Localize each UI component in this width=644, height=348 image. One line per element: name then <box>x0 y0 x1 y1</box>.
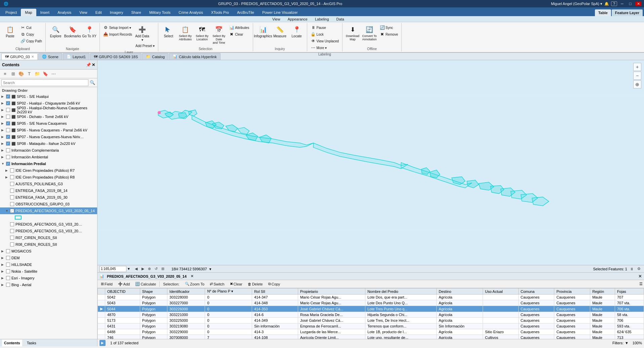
layer-item-hillshade[interactable]: ▶ HILLSHADE <box>0 261 97 268</box>
col-comuna[interactable]: Comuna <box>518 288 554 295</box>
row-selector[interactable] <box>98 300 105 306</box>
check-sp07[interactable]: ✓ <box>6 135 10 139</box>
tab-map[interactable]: Map <box>21 9 36 16</box>
tab-powerline[interactable]: Power Line Visualizer <box>258 9 302 16</box>
row-selector[interactable]: ▶ <box>98 306 105 312</box>
layer-item-sp03[interactable]: ▶ ⬛ SP03 - Hualqui-Dichato-Nueva Cauquen… <box>0 107 97 113</box>
switch-btn[interactable]: ⇄ Switch <box>208 281 226 287</box>
layer-item-predios-afect2[interactable]: PREDIOS_AFECTADOS_G3_V03_2020_05_14 AFEC… <box>0 228 97 234</box>
table-row[interactable]: 6431 Polygon 303219080 0 Sin información… <box>98 323 644 329</box>
layer-item-sp07[interactable]: ▶ ✓ ⬛ SP07 - Nueva Cauquenes-Nueva Niriv… <box>0 133 97 140</box>
col-identificador[interactable]: Identificador <box>167 288 205 295</box>
copy-attr-btn[interactable]: ⧉ Copy <box>266 281 282 287</box>
check-sp04[interactable] <box>6 115 10 119</box>
attr-table-close-icon[interactable]: ✕ <box>191 274 194 278</box>
check-predios-estado[interactable] <box>10 222 14 226</box>
view-unplaced-button[interactable]: 👁 View Unplaced <box>309 38 340 44</box>
layer-item-sp06[interactable]: ▶ ⬛ SP06 - Nueva Cauquenes - Parral 2x66… <box>0 127 97 133</box>
layer-item-bing[interactable]: ▶ Bing - Aerial <box>0 281 97 288</box>
row-selector[interactable] <box>98 312 105 318</box>
sidebar-pin-btn[interactable]: 📌 <box>86 63 91 67</box>
layer-item-mosaicos[interactable]: ▶ MOSAICOS <box>0 248 97 255</box>
coordinate-dropdown[interactable]: ▼ <box>209 267 212 271</box>
map-tab-grupo03[interactable]: 🗺 GRUPO_03 ✕ <box>1 53 38 60</box>
check-ideciren7[interactable] <box>10 168 14 172</box>
settings-btn[interactable]: ⚙ <box>636 266 642 272</box>
check-sp08[interactable]: ✓ <box>6 142 10 146</box>
convert-annotation-button[interactable]: 🔄 Convert ToAnnotation <box>361 24 377 42</box>
measure-button[interactable]: 📏 Measure <box>272 24 288 39</box>
tab-share[interactable]: Share <box>127 9 145 16</box>
layer-item-obstrucciones[interactable]: OBSTRUCCIONES_GRUPO_03 <box>0 201 97 207</box>
layer-item-entrega30[interactable]: ENTREGA_FASA_2019_05_30 <box>0 194 97 201</box>
search-button[interactable]: 🔍 <box>89 79 96 86</box>
add-data-button[interactable]: ➕ Add Data ▾ <box>134 24 150 42</box>
layer-item-sp02[interactable]: ▶ ✓ ⬛ SP02 - Hualqui - Chiguayante 2x66 … <box>0 100 97 107</box>
tab-crime[interactable]: Crime Analysis <box>174 9 207 16</box>
filter-icon[interactable]: ▼ <box>625 341 629 345</box>
layer-item-infocomp[interactable]: ▶ Información Complementaria <box>0 147 97 154</box>
table-settings-btn[interactable]: ☰ <box>639 282 643 286</box>
ribbon-tab-table[interactable]: Table <box>595 9 611 16</box>
clear-selection-button[interactable]: ✖ Clear <box>228 31 250 38</box>
check-sp03[interactable] <box>6 108 10 112</box>
check-entrega14[interactable] <box>10 189 14 193</box>
map-full-extent-button[interactable]: ⊕ <box>633 80 641 88</box>
map-zoom-in-button[interactable]: + <box>633 63 641 71</box>
map-tab-calculo[interactable]: 📊 Cálculo tabla Hyperlink <box>169 53 220 60</box>
table-row[interactable]: 5043 Polygon 303227000 0 414-348 Mario C… <box>98 300 644 306</box>
ribbon-subtab-view[interactable]: View <box>269 16 284 22</box>
check-predios[interactable]: ✓ <box>10 209 14 213</box>
layer-item-sp08[interactable]: ▶ ✓ ⬛ SP08 - Mataquito - Itahue 2x220 kV <box>0 140 97 147</box>
select-by-location-button[interactable]: 🗺 Select ByLocation <box>194 24 210 42</box>
lock-button[interactable]: 🔒 Lock <box>309 31 340 38</box>
check-hillshade[interactable] <box>6 263 10 267</box>
prev-extent-button[interactable]: ◀ <box>133 266 139 272</box>
minimize-button[interactable]: ─ <box>619 2 625 6</box>
layer-item-r08[interactable]: R08_CIREN_ROLES_SII <box>0 241 97 248</box>
scale-input[interactable] <box>99 266 126 272</box>
help-button[interactable]: ? <box>611 1 617 6</box>
check-entrega30[interactable] <box>10 195 14 199</box>
explore-button[interactable]: 🔍 Explore <box>48 24 64 39</box>
table-row[interactable]: 4870 Polygon 303221000 0 414-6 Rosa Mari… <box>98 312 644 318</box>
rotate-button[interactable]: ↺ <box>153 266 159 272</box>
check-ajustes[interactable] <box>10 182 14 186</box>
row-selector[interactable] <box>98 335 105 339</box>
ribbon-tab-feature-layer[interactable]: Feature Layer <box>612 9 643 16</box>
row-selector[interactable] <box>98 318 105 323</box>
tab-arcbrutile[interactable]: ArcBruTile <box>233 9 258 16</box>
map-mode-button[interactable]: ⊞ <box>160 266 166 272</box>
footer-tab-tasks[interactable]: Tasks <box>25 340 38 346</box>
col-region[interactable]: Región <box>590 288 615 295</box>
check-predios-afect2[interactable] <box>10 229 14 233</box>
add-btn[interactable]: ➕ Add <box>116 281 132 287</box>
infographics-button[interactable]: 📊 Infographics <box>255 24 271 39</box>
check-bing[interactable] <box>6 283 10 287</box>
ribbon-subtab-appearance[interactable]: Appearance <box>284 16 311 22</box>
full-extent-button[interactable]: ⊕ <box>147 266 153 272</box>
cut-button[interactable]: ✂ Cut <box>19 24 43 31</box>
check-sp06[interactable] <box>6 128 10 132</box>
col-destino[interactable]: Destino <box>437 288 483 295</box>
map-tab-grupo03-sad69[interactable]: 🗺 GRUPO 03 SAD69 18S <box>90 53 142 60</box>
col-uso-actual[interactable]: Uso Actual <box>483 288 519 295</box>
user-name[interactable]: Miguel Angel (GeoPolar SpA) ▾ <box>551 2 602 6</box>
layer-item-nokia[interactable]: ▶ Nokia - Satellite <box>0 268 97 275</box>
tool-more[interactable]: ⋯ <box>50 70 57 78</box>
col-row-selector[interactable] <box>98 288 105 295</box>
layer-item-esri[interactable]: ▶ Esri - Imagery <box>0 275 97 281</box>
layer-item-dem[interactable]: ▶ DEM <box>0 255 97 261</box>
import-records-button[interactable]: 📥 Import Records <box>102 31 133 38</box>
layer-item-ideciren7[interactable]: ▶ IDE Ciren Propiedades (Público) R7 <box>0 167 97 174</box>
clear-attr-btn[interactable]: ✖ Clear <box>228 281 244 287</box>
field-btn[interactable]: ⊞ Field <box>99 281 115 287</box>
map-tab-layout1[interactable]: 📄 Layout1 <box>63 53 89 60</box>
table-row[interactable]: 6488 Polygon 303229000 0 414-3 Luzgarda … <box>98 329 644 335</box>
copy-path-button[interactable]: 🔗 Copy Path <box>19 38 43 44</box>
check-sp01[interactable]: ✓ <box>6 94 10 99</box>
row-selector[interactable] <box>98 329 105 335</box>
layer-item-r07[interactable]: R07_CIREN_ROLES_SII <box>0 234 97 241</box>
col-propietario[interactable]: Propietario <box>298 288 365 295</box>
map-tab-catalog[interactable]: 📁 Catalog <box>142 53 168 60</box>
